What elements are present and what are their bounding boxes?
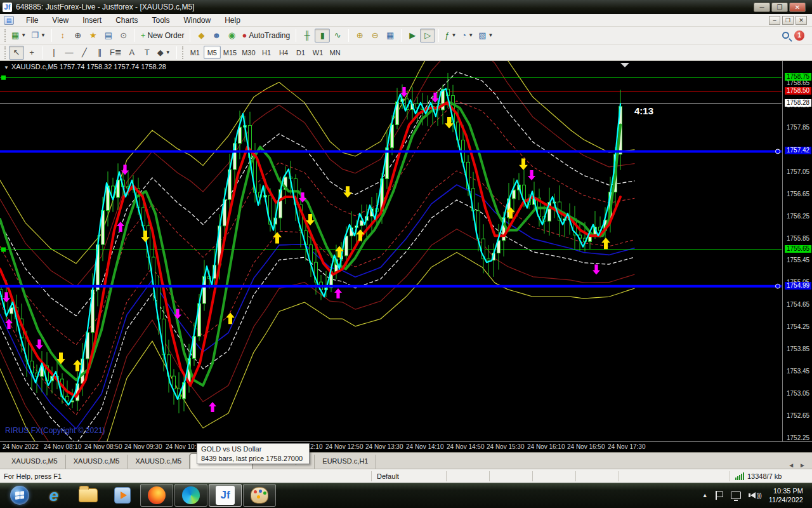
menu-charts[interactable]: Charts: [108, 15, 145, 26]
windows-explorer-icon[interactable]: [72, 484, 105, 507]
periods-button-dropdown-icon[interactable]: ▼: [468, 32, 473, 38]
time-axis[interactable]: 24 Nov 202224 Nov 08:1024 Nov 08:5024 No…: [0, 441, 812, 452]
toolbar-separator: [296, 29, 296, 42]
justforex-mt4-glyph: Jf: [216, 486, 235, 505]
menu-window[interactable]: Window: [177, 15, 218, 26]
terminal-button[interactable]: ▤: [101, 29, 116, 43]
chart-tab-xauusd-c-m5[interactable]: XAUUSD.c,M5: [128, 455, 190, 469]
candlestick-chart-button[interactable]: ▮: [315, 29, 330, 43]
shapes-button-dropdown-icon[interactable]: ▼: [166, 50, 171, 55]
taskbar-clock[interactable]: 10:35 PM 11/24/2022: [769, 486, 803, 504]
paint-icon[interactable]: [243, 484, 276, 507]
time-tick-label: 24 Nov 15:30: [487, 443, 525, 450]
auto-scroll-button[interactable]: ▶: [405, 29, 420, 43]
maximize-button[interactable]: ❐: [771, 3, 788, 12]
title-bar[interactable]: Jf 648885: JustForex-Live - Justforex - …: [0, 0, 812, 14]
timeframe-m15-button[interactable]: M15: [221, 46, 239, 59]
chart-shift-marker-icon[interactable]: [620, 63, 629, 67]
start-button[interactable]: [3, 484, 36, 507]
notifications-badge[interactable]: 1: [794, 30, 804, 41]
expert-advisors-button[interactable]: ☻: [209, 29, 224, 43]
cursor-button[interactable]: ↖: [9, 46, 24, 60]
new-chart-button-dropdown-icon[interactable]: ▼: [21, 32, 26, 38]
toolbar-grip[interactable]: [182, 46, 185, 59]
autotrading-button[interactable]: ●AutoTrading: [239, 29, 292, 43]
profiles-button-dropdown-icon[interactable]: ▼: [41, 32, 46, 38]
timeframe-m5-button[interactable]: M5: [204, 46, 221, 59]
chart-tab-eurusd-c-h1[interactable]: EURUSD.c,H1: [315, 455, 376, 469]
tray-expand-icon[interactable]: ▲: [702, 492, 708, 498]
templates-button[interactable]: ▧▼: [476, 29, 495, 43]
trendline-button[interactable]: ╱: [77, 46, 92, 60]
tile-windows-button[interactable]: ▦: [383, 29, 398, 43]
menu-file[interactable]: File: [19, 15, 45, 26]
menu-view[interactable]: View: [45, 15, 75, 26]
chart-tab-xauusd-c-m5[interactable]: XAUUSD.c,M5: [66, 455, 128, 469]
history-center-button[interactable]: ⊙: [116, 29, 131, 43]
indicators-button-dropdown-icon[interactable]: ▼: [451, 32, 456, 38]
timeframe-h1-button[interactable]: H1: [258, 46, 275, 59]
volume-icon[interactable]: ))): [749, 492, 761, 499]
signals-button[interactable]: ◉: [224, 29, 239, 43]
market-watch-button[interactable]: ↕: [55, 29, 70, 43]
price-chart[interactable]: 4:13RIRUS FX(Copyright © 2021): [0, 61, 812, 452]
status-profile[interactable]: Default: [371, 471, 446, 481]
timeframe-m30-button[interactable]: M30: [239, 46, 258, 59]
timeframe-m1-button[interactable]: M1: [187, 46, 204, 59]
new-chart-button[interactable]: ▦▼: [9, 29, 29, 43]
close-button[interactable]: ✕: [789, 3, 806, 12]
child-minimize-button[interactable]: –: [769, 16, 780, 25]
line-chart-button[interactable]: ∿: [330, 29, 345, 43]
zoom-out-button[interactable]: ⊖: [367, 29, 383, 43]
chevron-down-icon[interactable]: ▼: [4, 65, 9, 70]
timeframe-w1-button[interactable]: W1: [310, 46, 327, 59]
periods-button[interactable]: ◔▼: [459, 29, 476, 43]
profiles-button[interactable]: ❐▼: [29, 29, 48, 43]
chart-document-icon[interactable]: ▤: [4, 16, 14, 25]
fibonacci-button[interactable]: F≣: [107, 46, 124, 60]
firefox-icon[interactable]: [140, 484, 173, 507]
data-window-button[interactable]: ⊕: [70, 29, 86, 43]
child-restore-button[interactable]: ❐: [782, 16, 794, 25]
price-axis[interactable]: 1758.651758.251757.851757.451757.051756.…: [782, 61, 812, 441]
action-center-flag-icon[interactable]: [716, 491, 723, 500]
search-icon[interactable]: [782, 32, 789, 39]
toolbar-grip[interactable]: [4, 46, 7, 59]
network-icon[interactable]: [731, 491, 741, 499]
edge-icon[interactable]: [174, 484, 207, 507]
toolbar-grip[interactable]: [4, 29, 7, 42]
tab-scroll-right-icon[interactable]: ►: [799, 462, 806, 469]
menu-help[interactable]: Help: [218, 15, 247, 26]
bar-chart-button[interactable]: ╫: [299, 29, 315, 43]
timeframe-mn-button[interactable]: MN: [327, 46, 344, 59]
indicators-button[interactable]: ƒ▼: [442, 29, 459, 43]
chart-shift-button[interactable]: ▷: [420, 29, 435, 43]
metaeditor-button[interactable]: ◆: [193, 29, 209, 43]
vertical-line-button[interactable]: ❘: [46, 46, 62, 60]
internet-explorer-icon[interactable]: e: [37, 484, 70, 507]
navigator-button[interactable]: ★: [86, 29, 101, 43]
navigator-icon: ★: [89, 30, 97, 40]
crosshair-button[interactable]: +: [24, 46, 39, 60]
minimize-button[interactable]: ─: [754, 3, 770, 12]
timeframe-d1-button[interactable]: D1: [292, 46, 310, 59]
menu-insert[interactable]: Insert: [75, 15, 108, 26]
templates-button-dropdown-icon[interactable]: ▼: [488, 32, 493, 38]
chart-tab-xauusd-c-m5[interactable]: XAUUSD.c,M5: [4, 455, 66, 469]
chart-area[interactable]: 4:13RIRUS FX(Copyright © 2021) ▼XAUUSD.c…: [0, 61, 812, 452]
new-order-button[interactable]: +New Order: [138, 29, 187, 43]
tab-scroll-left-icon[interactable]: ◄: [788, 462, 794, 469]
shapes-button[interactable]: ◆▼: [155, 46, 173, 60]
menu-tools[interactable]: Tools: [145, 15, 177, 26]
zoom-in-button[interactable]: ⊕: [352, 29, 367, 43]
channel-button[interactable]: ∥: [92, 46, 107, 60]
timeframe-h4-button[interactable]: H4: [275, 46, 292, 59]
price-tick-label: 1754.65: [787, 301, 809, 308]
text-button[interactable]: A: [124, 46, 140, 60]
media-player-icon[interactable]: [106, 484, 139, 507]
horizontal-line-button[interactable]: —: [62, 46, 77, 60]
price-tick-label: 1752.25: [787, 434, 809, 441]
label-button[interactable]: T: [140, 46, 155, 60]
justforex-mt4-icon[interactable]: Jf: [209, 484, 242, 507]
child-close-button[interactable]: ✕: [796, 16, 807, 25]
